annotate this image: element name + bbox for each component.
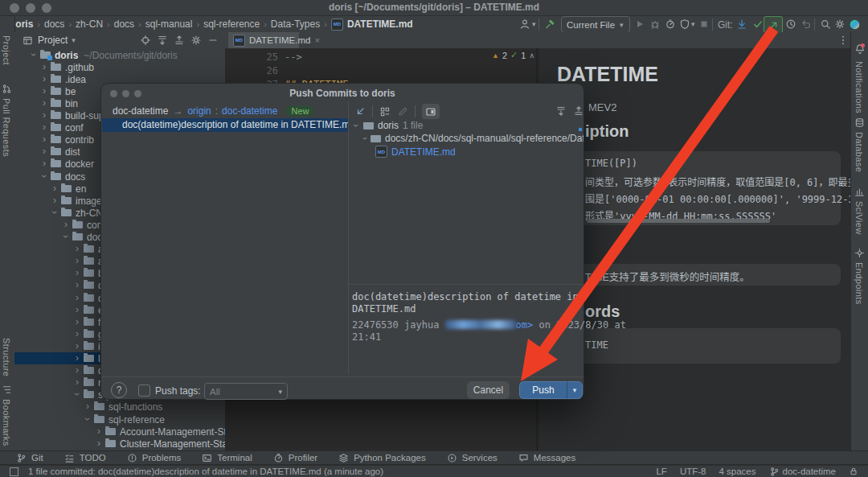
tool-window-button-sciview[interactable]: SciView [854, 201, 864, 235]
chevron-icon[interactable]: › [41, 121, 47, 133]
chevron-icon[interactable]: › [74, 340, 80, 352]
tool-window-button-bookmarks[interactable]: Bookmarks [2, 399, 11, 446]
horizontal-scrollbar[interactable] [587, 219, 770, 223]
tree-item-sql-functions[interactable]: ›sql-functions [14, 401, 225, 413]
chevron-icon[interactable]: › [41, 134, 47, 145]
chevron-icon[interactable]: › [41, 146, 47, 157]
chevron-icon[interactable]: › [41, 61, 47, 72]
chevron-icon[interactable]: › [84, 401, 91, 412]
chevron-icon[interactable]: › [28, 51, 39, 58]
breadcrumb-item[interactable]: sql-manual [145, 19, 193, 30]
locate-file-icon[interactable] [140, 35, 151, 46]
plug-icon[interactable] [854, 248, 865, 258]
collapse-all-icon[interactable] [573, 105, 584, 117]
ide-settings-icon[interactable] [834, 19, 845, 30]
stop-icon[interactable] [698, 19, 710, 30]
plugin-icon[interactable] [849, 19, 861, 31]
tool-window-button-problems[interactable]: Problems [127, 453, 182, 463]
files-tree-root[interactable]: › doris 1 file [353, 120, 582, 131]
database-icon[interactable] [854, 117, 865, 128]
breadcrumb-item[interactable]: docs [114, 19, 134, 30]
push-branch-row[interactable]: doc-datetime → origin : doc-datetime New [113, 105, 314, 117]
chevron-icon[interactable]: › [74, 304, 80, 315]
prev-issue-icon[interactable]: ∧ [529, 51, 534, 60]
chevron-icon[interactable]: › [74, 255, 80, 266]
coverage-icon[interactable]: ▾ [679, 19, 695, 30]
help-button[interactable]: ? [111, 382, 127, 398]
chevron-icon[interactable]: › [74, 316, 80, 327]
git-history-icon[interactable] [785, 19, 796, 30]
commit-list-item[interactable]: doc(datetime)description of datetime in … [102, 118, 348, 132]
pull-request-icon[interactable] [2, 84, 12, 94]
user-menu-icon[interactable]: ▾ [519, 19, 536, 30]
tool-window-button-project[interactable]: Project [2, 35, 11, 65]
breadcrumb-item[interactable]: Data-Types [271, 19, 320, 30]
tool-window-button-git[interactable]: Git [16, 453, 43, 463]
tool-window-button-todo[interactable]: TODO [64, 453, 106, 463]
structure-icon[interactable] [2, 384, 12, 395]
tree-item-sql-reference[interactable]: ›sql-reference [14, 413, 225, 426]
chevron-icon[interactable]: › [96, 438, 102, 449]
tool-window-button-notifications[interactable]: Notifications [854, 61, 864, 113]
breadcrumb-file[interactable]: DATETIME.md [347, 19, 413, 30]
chevron-icon[interactable]: › [74, 292, 80, 303]
files-tree-dir[interactable]: › docs/zh-CN/docs/sql-manual/sql-referen… [363, 133, 583, 144]
chart-icon[interactable] [854, 187, 865, 197]
chevron-icon[interactable]: › [41, 85, 47, 97]
chevron-icon[interactable]: › [41, 109, 47, 121]
tool-window-button-python-packages[interactable]: Python Packages [338, 453, 426, 463]
remote-branch-link[interactable]: doc-datetime [222, 105, 277, 117]
git-rollback-icon[interactable] [800, 19, 812, 30]
git-push-icon[interactable] [764, 16, 783, 34]
expand-all-icon[interactable] [555, 105, 567, 117]
push-button[interactable]: Push [519, 381, 567, 399]
chevron-icon[interactable]: › [74, 352, 80, 364]
chevron-icon[interactable]: › [49, 209, 60, 216]
chevron-icon[interactable]: › [82, 416, 93, 422]
profiler-icon[interactable] [665, 19, 676, 30]
chevron-icon[interactable]: › [74, 364, 80, 376]
chevron-icon[interactable]: › [60, 233, 72, 240]
run-icon[interactable] [634, 19, 645, 30]
tool-window-button-services[interactable]: Services [447, 453, 497, 463]
tab-datetime-md[interactable]: MD DATETIME.md × [228, 32, 299, 48]
chevron-icon[interactable]: › [72, 391, 83, 397]
show-diff-preview-icon[interactable] [422, 104, 440, 119]
tags-combo[interactable]: All▾ [204, 383, 288, 400]
run-configuration-combo[interactable]: Current File▾ [561, 16, 630, 33]
chevron-icon[interactable]: › [74, 376, 80, 388]
chevron-icon[interactable]: › [74, 279, 80, 290]
edit-icon[interactable] [397, 106, 408, 117]
tool-window-button-database[interactable]: Database [854, 132, 864, 172]
notifications-bell-icon[interactable] [854, 43, 866, 55]
git-commit-icon[interactable] [752, 19, 764, 30]
breadcrumb-item[interactable]: docs [44, 19, 64, 30]
memory-indicator-icon[interactable] [10, 467, 18, 476]
chevron-icon[interactable]: › [51, 195, 58, 206]
tool-window-button-messages[interactable]: Messages [518, 453, 575, 463]
debug-icon[interactable] [649, 19, 661, 30]
project-panel-title[interactable]: Project [38, 35, 68, 46]
chevron-icon[interactable]: › [63, 219, 69, 230]
chevron-icon[interactable]: › [41, 73, 47, 84]
tool-window-button-pull-requests[interactable]: Pull Requests [2, 98, 11, 157]
remote-name-link[interactable]: origin [187, 105, 211, 117]
tree-item--github[interactable]: ›.github [14, 61, 225, 73]
git-branch-widget[interactable]: doc-datetime [769, 467, 836, 477]
indent-indicator[interactable]: 4 spaces [719, 467, 755, 476]
chevron-icon[interactable]: › [41, 97, 47, 109]
chevron-icon[interactable]: › [96, 426, 102, 437]
push-tags-checkbox[interactable] [138, 384, 150, 397]
line-separator-indicator[interactable]: LF [656, 467, 666, 476]
tree-item-account-management-statement[interactable]: ›Account-Management-Statement [14, 426, 225, 438]
tool-window-button-profiler[interactable]: Profiler [273, 453, 317, 463]
files-tree-file[interactable]: MD DATETIME.md [375, 146, 584, 158]
breadcrumb-item[interactable]: sql-reference [203, 19, 260, 30]
push-options-button[interactable]: ▾ [567, 381, 583, 399]
tab-options-icon[interactable] [837, 35, 849, 46]
hide-panel-icon[interactable] [207, 35, 219, 46]
cancel-button[interactable]: Cancel [467, 381, 510, 399]
chevron-icon[interactable]: › [41, 158, 47, 169]
tool-window-button-endpoints[interactable]: Endpoints [854, 262, 864, 305]
tool-window-button-terminal[interactable]: Terminal [202, 453, 252, 463]
